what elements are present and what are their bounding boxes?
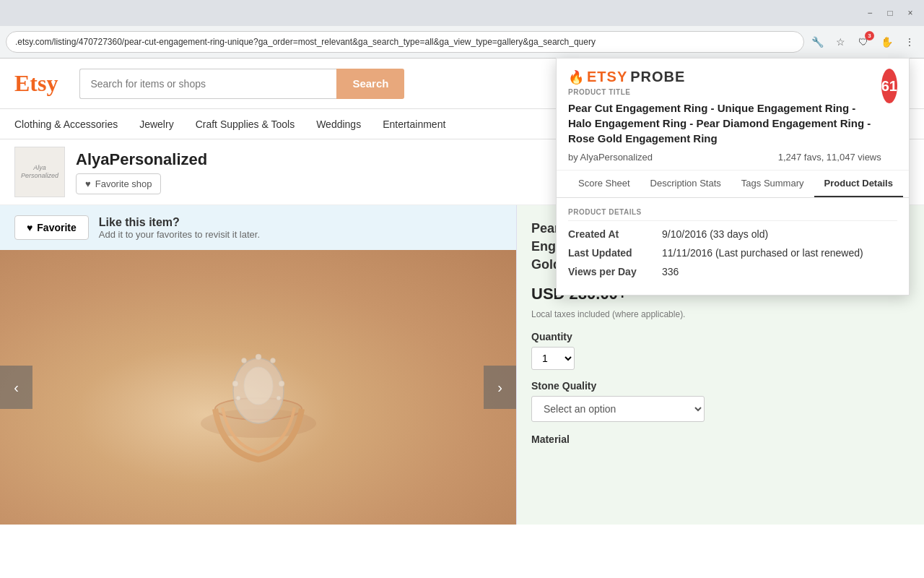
favorite-button[interactable]: ♥ Favorite <box>14 215 89 240</box>
like-subtitle: Add it to your favorites to revisit it l… <box>99 229 260 240</box>
menu-icon[interactable]: ⋮ <box>901 33 918 51</box>
price-note: Local taxes included (where applicable). <box>531 309 910 319</box>
favorite-shop-button[interactable]: ♥ Favorite shop <box>76 173 161 194</box>
probe-body: PRODUCT DETAILS Created At 9/10/2016 (33… <box>557 198 909 295</box>
probe-logo-etsy: ETSY <box>587 69 627 85</box>
probe-detail-val-created: 9/10/2016 (33 days old) <box>662 228 768 240</box>
probe-tab-description-stats[interactable]: Description Stats <box>640 171 731 197</box>
browser-chrome: − □ × .etsy.com/listing/470727360/pear-c… <box>0 0 924 59</box>
nav-item-clothing[interactable]: Clothing & Accessories <box>14 118 118 130</box>
probe-detail-created-at: Created At 9/10/2016 (33 days old) <box>568 228 897 240</box>
svg-point-8 <box>279 381 284 387</box>
search-bar-container: Search <box>79 69 404 99</box>
like-title: Like this item? <box>99 216 260 229</box>
restore-button[interactable]: □ <box>885 8 895 18</box>
shop-logo-text: Alya Personalized <box>15 164 64 180</box>
svg-point-3 <box>244 367 273 405</box>
heart-icon-fav: ♥ <box>27 222 32 233</box>
minimize-button[interactable]: − <box>865 8 875 18</box>
shop-info: AlyaPersonalized ♥ Favorite shop <box>76 150 207 194</box>
probe-tab-tags-summary[interactable]: Tags Summary <box>731 171 814 197</box>
svg-point-9 <box>276 396 281 400</box>
shield-badge: 3 <box>865 31 874 40</box>
browser-titlebar: − □ × <box>0 0 924 26</box>
nav-item-craft[interactable]: Craft Supplies & Tools <box>196 118 295 130</box>
quantity-label: Quantity <box>531 331 910 342</box>
url-bar[interactable]: .etsy.com/listing/470727360/pear-cut-eng… <box>6 31 804 53</box>
favorite-label: Favorite <box>37 222 76 233</box>
svg-point-4 <box>232 381 238 387</box>
shield-icon[interactable]: 🛡 3 <box>855 33 872 51</box>
probe-tab-score-sheet[interactable]: Score Sheet <box>568 171 640 197</box>
shop-logo: Alya Personalized <box>14 147 65 197</box>
stone-quality-select[interactable]: Select an option <box>531 396 705 422</box>
probe-detail-val-updated: 11/11/2016 (Last purchased or last renew… <box>662 247 863 259</box>
nav-item-weddings[interactable]: Weddings <box>316 118 361 130</box>
product-image-container: ‹ › <box>0 250 516 525</box>
favorite-banner: ♥ Favorite Like this item? Add it to you… <box>0 205 516 250</box>
svg-point-7 <box>270 358 275 363</box>
filter-icon[interactable]: 🔧 <box>808 33 826 51</box>
product-images: ♥ Favorite Like this item? Add it to you… <box>0 205 516 525</box>
svg-point-5 <box>241 358 246 363</box>
etsy-probe-popup: 🔥 ETSY PROBE PRODUCT TITLE Pear Cut Enga… <box>556 58 910 296</box>
probe-detail-key-created: Created At <box>568 228 662 240</box>
extension-icon[interactable]: ✋ <box>878 33 895 51</box>
probe-product-title-label: PRODUCT TITLE <box>568 88 881 96</box>
search-input[interactable] <box>79 69 336 99</box>
close-button[interactable]: × <box>905 8 915 18</box>
carousel-prev-button[interactable]: ‹ <box>0 366 32 409</box>
probe-product-title: Pear Cut Engagement Ring - Unique Engage… <box>568 100 881 146</box>
probe-meta-row: by AlyaPersonalized 1,247 favs, 11,047 v… <box>568 152 881 163</box>
carousel-next-button[interactable]: › <box>484 366 516 409</box>
probe-fire-icon: 🔥 <box>568 69 584 85</box>
browser-omnibox: .etsy.com/listing/470727360/pear-cut-eng… <box>0 26 924 58</box>
material-label: Material <box>531 434 910 445</box>
probe-detail-views-per-day: Views per Day 336 <box>568 266 897 277</box>
probe-tab-product-details[interactable]: Product Details <box>814 171 903 197</box>
nav-item-entertainment[interactable]: Entertainment <box>383 118 445 130</box>
shop-name: AlyaPersonalized <box>76 150 207 169</box>
probe-logo-area: 🔥 ETSY PROBE PRODUCT TITLE Pear Cut Enga… <box>568 69 881 163</box>
probe-logo-probe: PROBE <box>630 69 685 85</box>
probe-stats: 1,247 favs, 11,047 views <box>778 152 881 163</box>
probe-details-label: PRODUCT DETAILS <box>568 208 897 221</box>
url-text: .etsy.com/listing/470727360/pear-cut-eng… <box>15 37 596 47</box>
quantity-select[interactable]: 1 <box>531 347 575 370</box>
probe-seller: by AlyaPersonalized <box>568 152 653 163</box>
stone-quality-label: Stone Quality <box>531 380 910 392</box>
probe-tabs: Score Sheet Description Stats Tags Summa… <box>557 171 909 198</box>
search-button[interactable]: Search <box>336 69 404 99</box>
favorite-text-block: Like this item? Add it to your favorites… <box>99 216 260 240</box>
probe-detail-val-views: 336 <box>662 266 679 277</box>
probe-detail-key-views: Views per Day <box>568 266 662 277</box>
probe-header: 🔥 ETSY PROBE PRODUCT TITLE Pear Cut Enga… <box>557 59 909 171</box>
probe-detail-last-updated: Last Updated 11/11/2016 (Last purchased … <box>568 247 897 259</box>
nav-item-jewelry[interactable]: Jewelry <box>139 118 173 130</box>
bookmark-icon[interactable]: ☆ <box>832 33 849 51</box>
probe-logo: 🔥 ETSY PROBE <box>568 69 881 85</box>
browser-action-icons: 🔧 ☆ 🛡 3 ✋ ⋮ <box>808 33 918 51</box>
heart-icon: ♥ <box>85 178 91 189</box>
ring-svg <box>150 279 367 496</box>
probe-score-badge: 61 <box>881 69 897 103</box>
etsy-logo[interactable]: Etsy <box>14 70 58 97</box>
svg-point-6 <box>256 354 261 360</box>
ring-image <box>0 250 516 525</box>
probe-detail-key-updated: Last Updated <box>568 247 662 259</box>
favorite-shop-label: Favorite shop <box>95 178 152 189</box>
svg-point-10 <box>236 396 240 400</box>
